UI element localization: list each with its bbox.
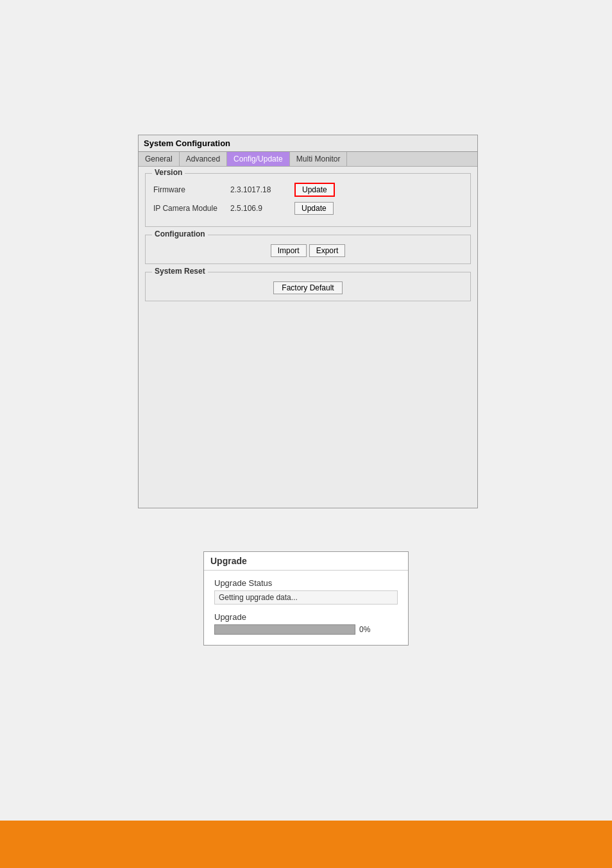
version-legend: Version: [152, 168, 185, 177]
system-reset-legend: System Reset: [152, 267, 208, 276]
panel-empty-area: [145, 309, 471, 501]
upgrade-body: Upgrade Status Getting upgrade data... U…: [204, 571, 408, 645]
panel-body: Version Firmware 2.3.1017.18 Update IP C…: [139, 167, 477, 508]
ip-camera-update-button[interactable]: Update: [294, 202, 334, 215]
upgrade-status-label: Upgrade Status: [214, 578, 398, 588]
upgrade-progress-label: Upgrade: [214, 612, 398, 622]
progress-bar-background: [214, 624, 355, 635]
version-section: Version Firmware 2.3.1017.18 Update IP C…: [145, 173, 471, 227]
system-reset-section: System Reset Factory Default: [145, 272, 471, 301]
configuration-legend: Configuration: [152, 230, 208, 238]
configuration-section: Configuration Import Export: [145, 235, 471, 264]
ip-camera-module-row: IP Camera Module 2.5.106.9 Update: [153, 202, 463, 215]
upgrade-status-value: Getting upgrade data...: [214, 590, 398, 605]
config-buttons: Import Export: [153, 244, 463, 257]
factory-default-button[interactable]: Factory Default: [273, 281, 342, 294]
export-button[interactable]: Export: [309, 244, 346, 257]
orange-footer-bar: [0, 821, 612, 868]
ip-camera-label: IP Camera Module: [153, 204, 230, 213]
firmware-value: 2.3.1017.18: [230, 185, 294, 194]
system-config-panel: System Configuration General Advanced Co…: [138, 135, 478, 508]
import-button[interactable]: Import: [271, 244, 307, 257]
tabs-row: General Advanced Config/Update Multi Mon…: [139, 152, 477, 167]
system-config-title-text: System Configuration: [144, 138, 230, 148]
firmware-row: Firmware 2.3.1017.18 Update: [153, 183, 463, 197]
tab-config-update[interactable]: Config/Update: [227, 152, 290, 166]
tab-advanced[interactable]: Advanced: [180, 152, 227, 166]
upgrade-title-text: Upgrade: [210, 556, 247, 566]
progress-bar-container: 0%: [214, 624, 398, 635]
firmware-label: Firmware: [153, 185, 230, 194]
system-config-title: System Configuration: [139, 135, 477, 152]
ip-camera-value: 2.5.106.9: [230, 204, 294, 213]
tab-general[interactable]: General: [139, 152, 180, 166]
firmware-update-button[interactable]: Update: [294, 183, 335, 197]
tab-multi-monitor[interactable]: Multi Monitor: [290, 152, 348, 166]
upgrade-panel-title: Upgrade: [204, 552, 408, 571]
progress-percent-text: 0%: [359, 625, 370, 634]
reset-buttons: Factory Default: [153, 281, 463, 294]
upgrade-panel: Upgrade Upgrade Status Getting upgrade d…: [203, 551, 409, 646]
